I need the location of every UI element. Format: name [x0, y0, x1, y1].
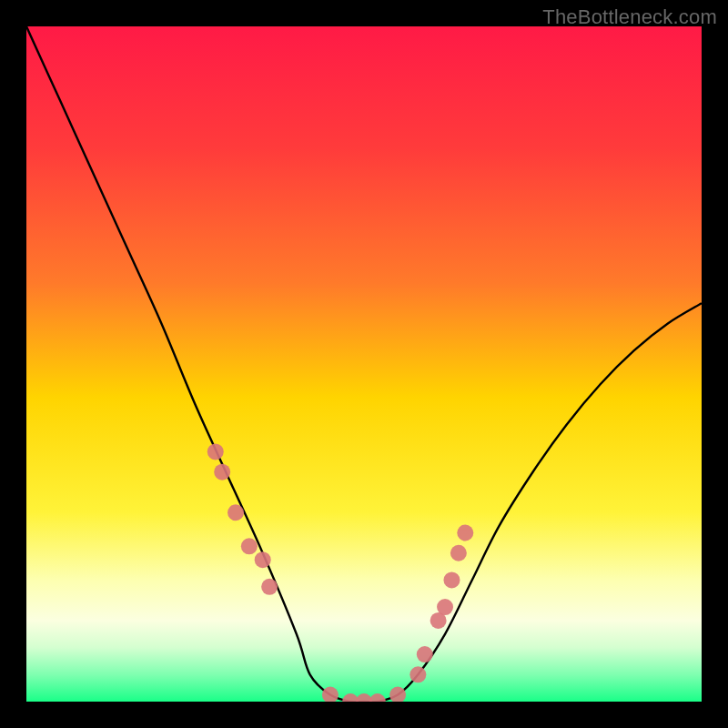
- marker-point: [443, 571, 460, 588]
- marker-point: [457, 525, 473, 541]
- bottleneck-curve: [26, 26, 702, 702]
- marker-point: [389, 687, 406, 702]
- marker-point: [450, 545, 467, 561]
- marker-point: [417, 646, 433, 662]
- marker-point: [228, 504, 244, 521]
- marker-point: [207, 443, 224, 460]
- marker-point: [410, 666, 426, 682]
- marker-point: [369, 693, 386, 702]
- marker-point: [255, 551, 271, 568]
- marker-point: [214, 464, 230, 480]
- watermark-text: TheBottleneck.com: [542, 5, 717, 29]
- marker-point: [322, 687, 339, 702]
- highlight-markers: [207, 443, 474, 702]
- marker-point: [241, 538, 258, 554]
- marker-point: [261, 579, 278, 595]
- curve-layer: [26, 26, 702, 702]
- marker-point: [437, 599, 453, 615]
- chart-plot-area: [26, 26, 702, 702]
